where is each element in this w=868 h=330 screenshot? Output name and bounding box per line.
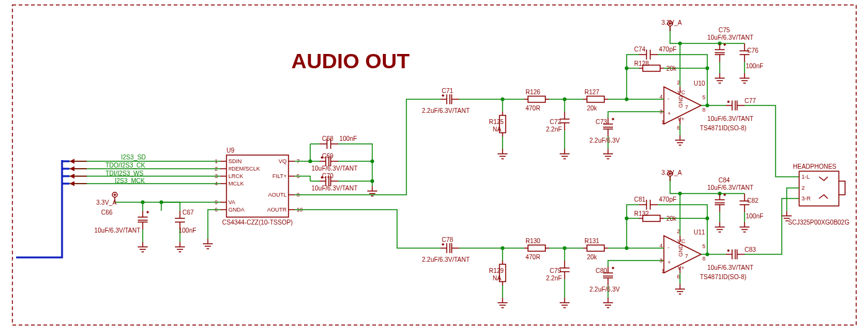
u11 [664,236,701,273]
svg-text:470R: 470R [526,105,540,112]
r126 [524,96,549,102]
svg-text:20k: 20k [587,105,597,112]
svg-text:2: 2 [802,185,805,191]
svg-text:100nF: 100nF [339,135,357,142]
svg-text:C67: C67 [182,209,194,216]
svg-text:GNDA: GNDA [228,207,244,213]
svg-text:100nF: 100nF [179,227,196,234]
svg-text:470pF: 470pF [659,196,676,203]
svg-text:10uF/6.3V/TANT: 10uF/6.3V/TANT [94,227,140,234]
svg-text:7: 7 [685,253,688,259]
sig-mck: I2S3_MCK [115,177,145,184]
svg-text:LRCK: LRCK [228,173,243,179]
dac-power: 3.3V_A C66 10uF/6.3V/TANT C67 100nF [94,192,220,252]
svg-text:TS4871ID(SO-8): TS4871ID(SO-8) [700,274,746,280]
r130 [524,245,549,251]
svg-text:2.2uF/6.3V: 2.2uF/6.3V [589,137,620,144]
svg-text:C77: C77 [745,97,756,104]
svg-text:C72: C72 [550,118,562,125]
svg-text:VA: VA [228,199,235,205]
svg-text:7: 7 [685,104,688,110]
svg-text:20k: 20k [666,215,677,222]
svg-point-65 [705,66,709,70]
svg-text:NA: NA [493,126,501,133]
svg-text:R127: R127 [584,89,599,96]
svg-point-85 [705,104,709,107]
svg-text:2.2uF/6.3V: 2.2uF/6.3V [589,286,620,293]
svg-text:10uF/6.3V/TANT: 10uF/6.3V/TANT [707,264,753,271]
svg-text:R130: R130 [526,238,540,244]
svg-text:MCLK: MCLK [228,181,244,187]
svg-text:2.2uF/6.3V/TANT: 2.2uF/6.3V/TANT [422,256,470,263]
svg-text:4: 4 [660,243,663,249]
sig-sd: I2S3_SD [121,154,146,161]
svg-text:NA: NA [493,275,501,282]
u10 [664,87,701,124]
svg-text:AOUTR: AOUTR [267,207,287,213]
svg-point-118 [678,192,682,195]
jack-label: HEADPHONES [793,163,836,170]
svg-text:R126: R126 [526,89,540,96]
svg-point-44 [370,179,374,183]
svg-point-105 [625,216,629,220]
svg-text:470pF: 470pF [659,46,676,53]
sig-ws: TDI/I2S3_WS [105,170,143,177]
svg-text:4: 4 [660,94,663,100]
svg-point-106 [705,216,709,220]
svg-text:TS4871ID(SO-8): TS4871ID(SO-8) [700,125,746,132]
svg-text:R131: R131 [584,238,599,244]
svg-text:C82: C82 [747,197,759,204]
svg-text:3.3V_A: 3.3V_A [661,19,682,26]
svg-text:R129: R129 [489,267,504,274]
svg-text:1: 1 [661,119,664,125]
svg-text:R128: R128 [634,60,649,67]
svg-text:10uF/6.3V/TANT: 10uF/6.3V/TANT [311,185,357,192]
r131 [583,245,608,251]
svg-text:C66: C66 [101,209,113,216]
u9-part: CS4344-CZZ(10-TSSOP) [222,219,293,226]
svg-text:1-L: 1-L [802,174,810,180]
svg-text:AOUTL: AOUTL [268,192,287,198]
svg-text:5: 5 [702,243,705,249]
dac-block: U9 CS4344-CZZ(10-TSSOP) SDIN #DEM/SCLK L… [215,147,303,226]
svg-text:10uF/6.3V/TANT: 10uF/6.3V/TANT [707,115,753,122]
svg-text:C70: C70 [322,172,334,179]
channel-top: C71 2.2uF/6.3V/TANT R125 NA R126 470R C7… [422,19,799,177]
svg-text:C80: C80 [596,267,607,274]
svg-point-126 [705,252,709,256]
svg-text:C74: C74 [634,46,646,53]
svg-text:R125: R125 [489,118,504,125]
svg-point-43 [370,159,374,163]
input-signals: I2S3_SD TDO/I2S3_CK TDI/I2S3_WS I2S3_MCK [16,154,220,257]
svg-text:10uF/6.3V/TANT: 10uF/6.3V/TANT [707,184,753,191]
svg-text:C84: C84 [718,177,730,184]
u9-ref: U9 [226,147,235,154]
svg-text:VQ: VQ [279,158,287,164]
svg-text:1: 1 [661,268,664,274]
svg-text:470R: 470R [526,254,540,261]
sig-ck: TDO/I2S3_CK [105,162,145,169]
title: AUDIO OUT [292,49,410,73]
svg-text:C78: C78 [442,236,454,243]
c75 [715,43,726,62]
svg-text:C71: C71 [442,87,454,94]
svg-text:20k: 20k [587,254,597,261]
c77 [726,100,745,110]
c84 [715,194,726,212]
svg-text:2.2nF: 2.2nF [546,126,562,133]
svg-text:C69: C69 [322,153,334,159]
svg-text:R132: R132 [634,210,649,217]
svg-text:100nF: 100nF [746,213,763,220]
c78 [441,243,459,253]
svg-text:FILT+: FILT+ [272,173,287,179]
svg-text:3-R: 3-R [802,195,811,202]
svg-text:C76: C76 [747,47,759,54]
dac-out-caps: C68 100nF C69 10uF/6.3V/TANT C70 10uF/6.… [295,135,377,196]
svg-text:C75: C75 [718,27,730,33]
svg-text:2.2nF: 2.2nF [546,275,562,282]
svg-text:#DEM/SCLK: #DEM/SCLK [228,166,260,172]
svg-text:8: 8 [702,256,705,262]
r127 [583,96,608,102]
svg-text:3: 3 [660,257,663,264]
svg-text:C68: C68 [322,135,334,142]
